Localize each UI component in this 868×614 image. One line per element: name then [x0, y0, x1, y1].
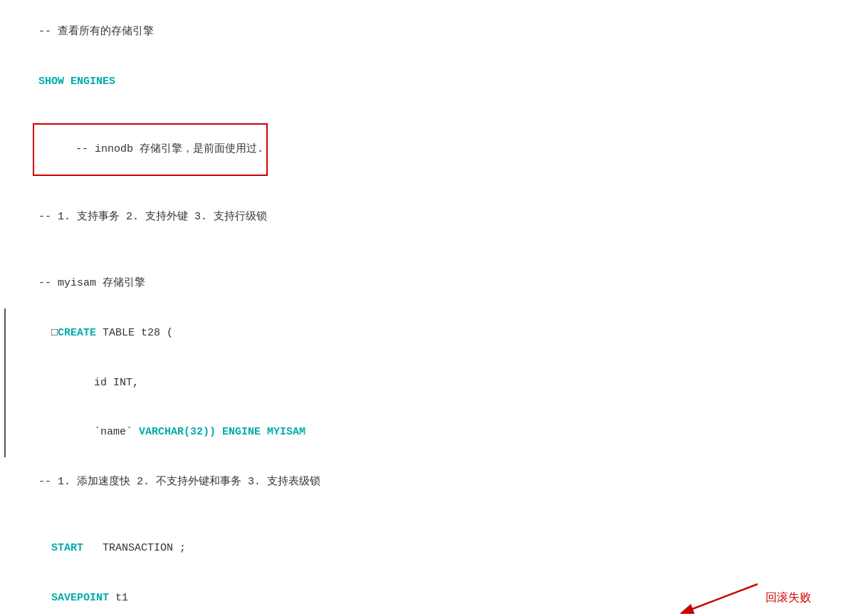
comment-text: -- 查看所有的存储引擎	[38, 26, 154, 38]
line-myisam-comment: -- myisam 存储引擎	[0, 259, 868, 308]
line-t28-name: `name` VARCHAR(32)) ENGINE MYISAM	[13, 407, 868, 457]
line-innodb-comment: -- innodb 存储引擎，是前面使用过.	[0, 107, 868, 192]
innodb-comment-box: -- innodb 存储引擎，是前面使用过.	[33, 123, 268, 176]
vbar-t28	[4, 308, 6, 457]
line-blank-1	[0, 242, 868, 259]
line-create-t28: □CREATE TABLE t28 (	[13, 308, 868, 358]
code-area: -- 查看所有的存储引擎 SHOW ENGINES -- innodb 存储引擎…	[0, 0, 868, 614]
line-blank-2	[0, 507, 868, 524]
svg-line-1	[683, 584, 758, 613]
line-myisam-features: -- 1. 添加速度快 2. 不支持外键和事务 3. 支持表级锁	[0, 457, 868, 507]
annotation-huigun: 回滚失败	[676, 581, 811, 614]
annotation-text: 回滚失败	[765, 589, 811, 607]
line-start-transaction: START TRANSACTION ;	[0, 524, 868, 573]
arrow-svg	[676, 581, 761, 614]
line-comment-show-engines-title: -- 查看所有的存储引擎	[0, 7, 868, 57]
line-innodb-features: -- 1. 支持事务 2. 支持外键 3. 支持行级锁	[0, 192, 868, 242]
innodb-comment-text: -- innodb 存储引擎，是前面使用过.	[75, 143, 263, 155]
line-t28-id: id INT,	[13, 358, 868, 407]
line-show-engines: SHOW ENGINES	[0, 57, 868, 107]
show-engines-keyword: SHOW ENGINES	[38, 76, 115, 88]
create-t28-block: □CREATE TABLE t28 ( id INT, `name` VARCH…	[0, 308, 868, 457]
transaction-section: START TRANSACTION ; SAVEPOINT t1 INSERT …	[0, 524, 868, 614]
